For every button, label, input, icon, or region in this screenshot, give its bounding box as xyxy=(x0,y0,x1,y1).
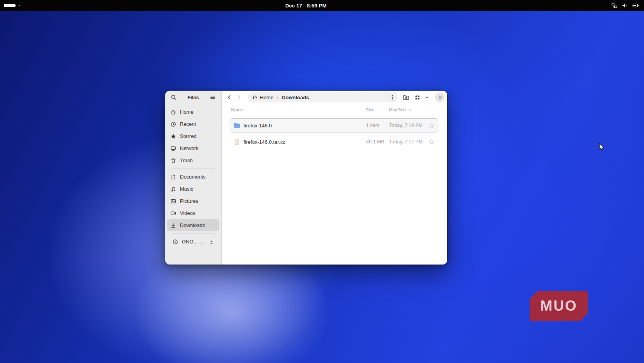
clock[interactable]: Dec 17 8:59 PM xyxy=(285,0,327,11)
workspace-dot xyxy=(19,5,20,6)
sidebar-item-starred[interactable]: Starred xyxy=(167,130,219,142)
column-header-size[interactable]: Size xyxy=(366,107,389,112)
file-modified: Today, 7:17 PM xyxy=(389,139,425,145)
file-modified: Today, 7:18 PM xyxy=(389,123,425,128)
sidebar-item-label: Videos xyxy=(180,210,196,216)
sidebar-item-label: Recent xyxy=(180,121,196,127)
clock-time: 8:59 PM xyxy=(307,3,327,9)
content-header: Home / Downloads xyxy=(222,91,447,104)
grid-view-button[interactable] xyxy=(412,92,422,102)
pictures-icon xyxy=(170,198,176,204)
close-icon xyxy=(438,95,443,100)
recent-icon xyxy=(170,121,176,127)
grid-view-icon xyxy=(415,95,420,100)
system-status-area[interactable] xyxy=(611,0,639,11)
app-title: Files xyxy=(187,95,199,100)
sidebar-item-videos[interactable]: Videos xyxy=(167,207,219,219)
favorite-star-button[interactable] xyxy=(428,139,435,145)
breadcrumb-home-label: Home xyxy=(260,95,274,100)
drive-icon xyxy=(172,239,178,245)
search-everywhere-button[interactable] xyxy=(401,92,411,102)
sidebar-item-label: Pictures xyxy=(180,198,198,204)
files-window: Files Home Recent Starred Net xyxy=(165,91,447,265)
mouse-cursor xyxy=(598,143,606,152)
sidebar-item-music[interactable]: Music xyxy=(167,183,219,195)
sidebar-divider xyxy=(173,168,214,169)
sidebar-item-label: Music xyxy=(180,186,193,192)
close-button[interactable] xyxy=(435,93,445,102)
chevron-down-icon xyxy=(425,95,430,100)
sort-direction-icon xyxy=(408,108,412,112)
trash-icon xyxy=(170,157,176,164)
file-name: firefox-146.0 xyxy=(244,123,363,129)
file-name: firefox-146.0.tar.xz xyxy=(244,139,363,145)
file-size: 1 item xyxy=(366,123,386,128)
folder-icon xyxy=(233,122,241,129)
eject-icon xyxy=(209,239,214,245)
muo-watermark: MUO xyxy=(530,291,588,321)
volume-icon xyxy=(622,2,628,9)
folder-menu-button[interactable] xyxy=(389,92,396,102)
column-header-modified-label: Modified xyxy=(389,107,406,112)
view-options-button[interactable] xyxy=(423,92,431,102)
hamburger-menu-icon xyxy=(210,94,216,100)
videos-icon xyxy=(170,210,176,216)
path-bar: Home / Downloads xyxy=(248,92,397,102)
sidebar-places: Home Recent Starred Network Trash Do xyxy=(165,104,221,248)
sidebar-item-downloads[interactable]: Downloads xyxy=(167,219,219,231)
file-row[interactable]: firefox-146.0 1 item Today, 7:18 PM xyxy=(230,118,438,132)
sidebar-item-label: Documents xyxy=(180,174,206,180)
forward-icon xyxy=(236,94,242,100)
breadcrumb-separator: / xyxy=(277,95,279,100)
column-header-name[interactable]: Name xyxy=(231,107,366,112)
sidebar-item-documents[interactable]: Documents xyxy=(167,171,219,183)
file-size: 80.1 MB xyxy=(366,139,386,145)
search-button[interactable] xyxy=(169,92,179,102)
sidebar-item-pictures[interactable]: Pictures xyxy=(167,195,219,207)
sidebar-divider xyxy=(173,233,214,234)
top-bar: Dec 17 8:59 PM xyxy=(0,0,644,11)
main-menu-button[interactable] xyxy=(208,92,218,102)
active-workspace-pill xyxy=(4,4,16,7)
sidebar-header: Files xyxy=(165,91,221,104)
archive-file-icon xyxy=(233,138,241,146)
star-outline-icon xyxy=(429,123,434,129)
home-icon xyxy=(170,109,176,115)
header-actions xyxy=(401,92,445,102)
content-pane: Home / Downloads xyxy=(222,91,447,265)
battery-icon xyxy=(632,2,639,9)
workspace-indicator[interactable] xyxy=(4,0,20,11)
star-outline-icon xyxy=(429,139,434,145)
search-icon xyxy=(171,94,177,100)
clock-date: Dec 17 xyxy=(285,3,302,9)
home-icon xyxy=(252,95,258,100)
file-list: firefox-146.0 1 item Today, 7:18 PM fire… xyxy=(222,114,447,151)
eject-button[interactable] xyxy=(208,238,215,246)
sidebar-item-device[interactable]: GNO... 6_64 xyxy=(169,236,217,248)
favorite-star-button[interactable] xyxy=(428,123,435,129)
sidebar-item-home[interactable]: Home xyxy=(167,106,219,118)
search-folder-icon xyxy=(403,94,409,101)
starred-icon xyxy=(170,133,176,139)
sidebar-item-label: Downloads xyxy=(180,222,205,228)
column-header-modified[interactable]: Modified xyxy=(389,107,412,112)
music-icon xyxy=(170,186,176,192)
sidebar-item-trash[interactable]: Trash xyxy=(167,154,219,166)
downloads-icon xyxy=(170,222,176,229)
sidebar-item-label: Network xyxy=(180,145,199,151)
sidebar-item-label: Home xyxy=(180,109,194,115)
device-label: GNO... 6_64 xyxy=(182,239,205,245)
forward-button[interactable] xyxy=(234,92,244,102)
back-icon xyxy=(226,94,233,100)
network-places-icon xyxy=(170,145,176,152)
back-button[interactable] xyxy=(225,92,234,102)
documents-icon xyxy=(170,174,176,180)
breadcrumb-current[interactable]: Downloads xyxy=(282,95,309,100)
muo-watermark-text: MUO xyxy=(540,298,577,314)
file-row[interactable]: firefox-146.0.tar.xz 80.1 MB Today, 7:17… xyxy=(230,135,438,149)
sidebar-item-label: Trash xyxy=(180,157,193,163)
sidebar-item-network[interactable]: Network xyxy=(167,142,219,154)
breadcrumb-home[interactable]: Home xyxy=(252,95,274,100)
sidebar-item-recent[interactable]: Recent xyxy=(167,118,219,130)
network-icon xyxy=(611,2,617,9)
